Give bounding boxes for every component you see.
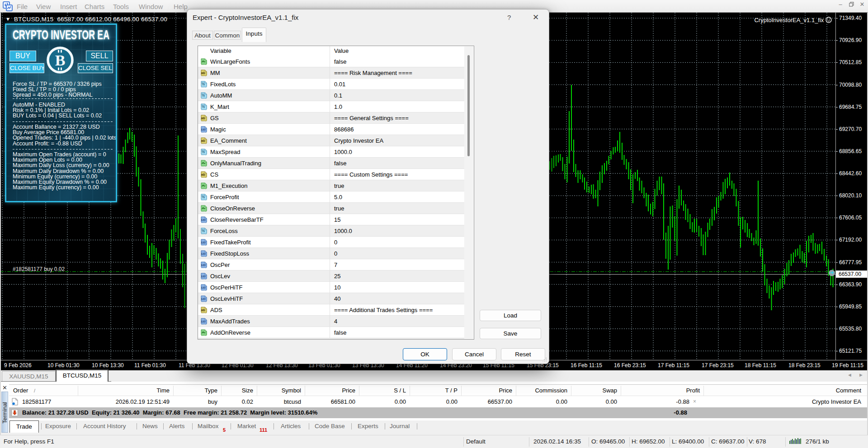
svg-text:ab: ab [201, 116, 205, 120]
svg-text:123: 123 [201, 264, 206, 266]
svg-text:½: ½ [202, 149, 205, 154]
svg-text:½: ½ [202, 229, 205, 233]
svg-text:123: 123 [201, 128, 206, 131]
svg-text:123: 123 [201, 275, 206, 278]
svg-text:ab: ab [201, 71, 205, 75]
svg-text:B: B [55, 52, 66, 69]
svg-text:123: 123 [201, 286, 206, 289]
svg-text:½: ½ [202, 93, 205, 98]
svg-text:123: 123 [201, 320, 206, 323]
svg-text:ab: ab [201, 308, 205, 312]
svg-text:½: ½ [202, 195, 205, 199]
svg-text:123: 123 [201, 219, 206, 221]
svg-text:ab: ab [201, 173, 205, 177]
svg-text:½: ½ [202, 104, 205, 109]
svg-text:123: 123 [201, 241, 206, 244]
svg-text:123: 123 [201, 252, 206, 255]
svg-text:ab: ab [201, 139, 205, 143]
svg-text:123: 123 [201, 298, 206, 300]
svg-text:½: ½ [202, 82, 205, 86]
